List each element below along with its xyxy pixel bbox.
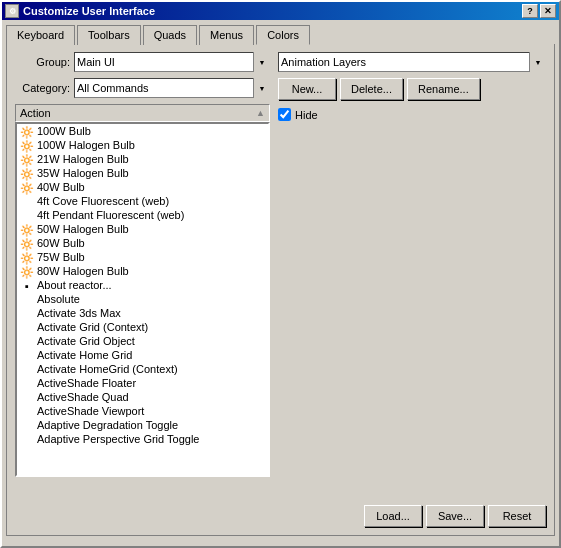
new-button[interactable]: New... [278,78,336,100]
list-item[interactable]: 🔆 21W Halogen Bulb [17,152,268,166]
item-icon: 🔆 [20,125,34,139]
list-item[interactable]: ActiveShade Floater [17,376,268,390]
bottom-btn-row: Load... Save... Reset [15,505,546,527]
hide-checkbox[interactable] [278,108,291,121]
hide-checkbox-row: Hide [278,108,546,121]
item-icon: 🔆 [20,237,34,251]
item-icon: 🔆 [20,153,34,167]
window-icon: ⚙ [5,4,19,18]
action-btn-row: New... Delete... Rename... [278,78,546,100]
category-label: Category: [15,82,70,94]
title-buttons: ? ✕ [522,4,556,18]
action-list[interactable]: 🔆 100W Bulb 🔆 100W Halogen Bulb 🔆 21W Ha… [15,122,270,477]
list-item[interactable]: 🔆 100W Halogen Bulb [17,138,268,152]
list-item[interactable]: Activate HomeGrid (Context) [17,362,268,376]
item-icon: 🔆 [20,223,34,237]
list-item[interactable]: ▪ About reactor... [17,278,268,292]
help-button[interactable]: ? [522,4,538,18]
tab-toolbars[interactable]: Toolbars [77,25,141,45]
list-item[interactable]: 4ft Cove Fluorescent (web) [17,194,268,208]
list-header: Action ▲ [15,104,270,122]
group-select[interactable]: Main UI [74,52,270,72]
list-item[interactable]: 🔆 40W Bulb [17,180,268,194]
list-item[interactable]: 🔆 75W Bulb [17,250,268,264]
tab-quads[interactable]: Quads [143,25,197,45]
category-select[interactable]: All Commands [74,78,270,98]
list-item[interactable]: ActiveShade Viewport [17,404,268,418]
delete-button[interactable]: Delete... [340,78,403,100]
tab-keyboard[interactable]: Keyboard [6,25,75,45]
list-item[interactable]: 🔆 100W Bulb [17,124,268,138]
group-label: Group: [15,56,70,68]
main-window: ⚙ Customize User Interface ? ✕ Keyboard … [0,0,561,548]
animation-layers-select-wrapper: Animation Layers [278,52,546,72]
list-item[interactable]: Absolute [17,292,268,306]
item-icon: 🔆 [20,265,34,279]
animation-layers-row: Animation Layers [278,52,546,72]
item-icon: 🔆 [20,139,34,153]
list-item[interactable]: 🔆 80W Halogen Bulb [17,264,268,278]
close-button[interactable]: ✕ [540,4,556,18]
tab-content: Group: Main UI Category: All Commands [6,44,555,536]
list-item[interactable]: Activate Grid Object [17,334,268,348]
left-panel: Group: Main UI Category: All Commands [15,52,270,477]
category-row: Category: All Commands [15,78,270,98]
title-bar-left: ⚙ Customize User Interface [5,4,155,18]
tab-menus[interactable]: Menus [199,25,254,45]
item-icon: 🔆 [20,251,34,265]
item-icon: ▪ [20,279,34,293]
load-button[interactable]: Load... [364,505,422,527]
sort-icon[interactable]: ▲ [256,108,265,118]
item-icon: 🔆 [20,181,34,195]
group-row: Group: Main UI [15,52,270,72]
group-select-wrapper: Main UI [74,52,270,72]
right-panel: Animation Layers New... Delete... Rename… [278,52,546,477]
item-icon: 🔆 [20,167,34,181]
list-item[interactable]: Adaptive Degradation Toggle [17,418,268,432]
reset-button[interactable]: Reset [488,505,546,527]
list-item[interactable]: Activate 3ds Max [17,306,268,320]
list-item[interactable]: 4ft Pendant Fluorescent (web) [17,208,268,222]
animation-layers-select[interactable]: Animation Layers [278,52,546,72]
spacer [15,477,546,497]
list-item[interactable]: ActiveShade Quad [17,390,268,404]
rename-button[interactable]: Rename... [407,78,480,100]
list-item[interactable]: Activate Home Grid [17,348,268,362]
list-item[interactable]: Adaptive Perspective Grid Toggle [17,432,268,446]
list-item[interactable]: 🔆 50W Halogen Bulb [17,222,268,236]
list-item[interactable]: 🔆 60W Bulb [17,236,268,250]
tab-colors[interactable]: Colors [256,25,310,45]
hide-label[interactable]: Hide [295,109,318,121]
list-item[interactable]: Activate Grid (Context) [17,320,268,334]
title-bar: ⚙ Customize User Interface ? ✕ [2,2,559,20]
window-title: Customize User Interface [23,5,155,17]
main-area: Group: Main UI Category: All Commands [15,52,546,477]
tab-bar: Keyboard Toolbars Quads Menus Colors [2,20,559,44]
category-select-wrapper: All Commands [74,78,270,98]
save-button[interactable]: Save... [426,505,484,527]
list-item[interactable]: 🔆 35W Halogen Bulb [17,166,268,180]
